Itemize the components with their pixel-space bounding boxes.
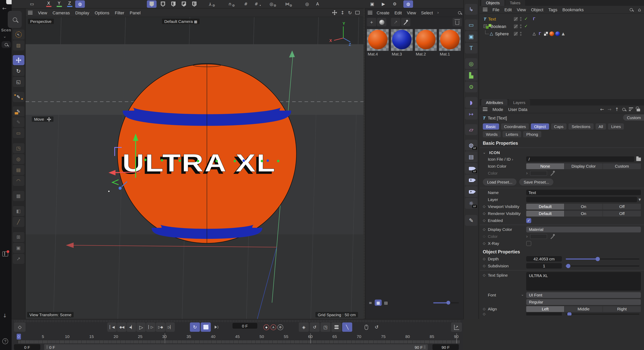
frame-ruler[interactable]: 051015202530354045505560657075808590 [12, 333, 464, 344]
editor-visibility-toggle[interactable] [514, 24, 518, 28]
menu-panel[interactable]: Panel [130, 10, 140, 15]
render-play-button[interactable]: ▶ [378, 1, 388, 8]
text-object-icon[interactable]: T [465, 43, 478, 54]
camera-view-label[interactable]: Perspective [28, 19, 54, 24]
modeling-extra-mode-button[interactable] [190, 1, 199, 8]
key-position-button[interactable]: ◈ [299, 322, 309, 332]
attr-tab-letters[interactable]: Letters [502, 131, 521, 137]
option-on[interactable]: On [564, 211, 602, 216]
option-none[interactable]: None [526, 163, 564, 169]
icon-file-input[interactable]: / [526, 156, 634, 162]
record-keyframe-button[interactable]: ◆ [264, 324, 269, 330]
quantize-magnet-button[interactable]: ∩⚙ [225, 1, 235, 8]
option-middle[interactable]: Middle [564, 306, 602, 312]
stage-clapper-icon[interactable]: ▤ [465, 151, 478, 162]
tab-layers[interactable]: Layers [508, 99, 530, 106]
apply-material-button[interactable]: ↗ [391, 18, 400, 26]
attr-tab-lines[interactable]: Lines [608, 123, 624, 130]
enable-snap-button[interactable]: Y⚙ [205, 1, 215, 8]
play-sound-clapper-button[interactable] [201, 322, 211, 332]
record-mouse-button[interactable] [362, 322, 371, 332]
camera-play-icon[interactable] [465, 174, 478, 186]
mirror-gear-button[interactable]: ⋈⚙ [282, 1, 292, 8]
camera-play2-icon[interactable] [465, 186, 478, 197]
goto-start-button[interactable]: ▏◀ [107, 322, 117, 332]
tab-takes[interactable]: Takes [505, 0, 525, 6]
range-start-field[interactable]: 0 F [14, 344, 40, 350]
font-style-dropdown[interactable]: Regular [526, 299, 641, 305]
menu-edit[interactable]: Edit [504, 7, 512, 12]
cloner-tool[interactable]: ⊞ [12, 232, 24, 242]
sketch-spline-tool[interactable]: ✎ [12, 106, 24, 116]
frame-selection-tool[interactable]: ▣ [12, 243, 24, 253]
material-mat.1[interactable]: Mat.1 [439, 29, 462, 56]
goto-end-button[interactable]: ▷▏ [166, 322, 175, 332]
history-forward-icon[interactable]: → [608, 106, 612, 112]
subdivision-input[interactable]: 1 [526, 263, 562, 269]
attr-tab-basic[interactable]: Basic [483, 123, 499, 130]
axis-y-lock-button[interactable]: Y [54, 1, 64, 8]
menu-create[interactable]: Create [377, 10, 390, 15]
dolly-view-icon[interactable]: ↕ [340, 10, 344, 15]
color-swatch[interactable] [530, 234, 547, 239]
loft-tool[interactable]: ▤ [12, 165, 24, 175]
workplane-axis-button[interactable]: A [313, 1, 322, 8]
hamburger-icon[interactable] [483, 107, 488, 111]
visibility-dots[interactable] [520, 32, 522, 36]
eyedropper-icon[interactable] [550, 234, 555, 239]
keyframe-settings-button[interactable]: ⚙ [278, 324, 283, 330]
tab-objects[interactable]: Objects [481, 0, 504, 6]
display-color-dropdown[interactable]: Material [526, 226, 641, 232]
range-end-handle[interactable]: 90 F [413, 344, 427, 350]
search-icon[interactable] [630, 8, 633, 11]
xray-checkbox[interactable] [526, 241, 531, 246]
modify-axis-icon[interactable]: ↦ [465, 109, 478, 119]
folder-icon[interactable] [636, 157, 641, 161]
rectangle-selection-tool[interactable]: ▨ [12, 40, 24, 50]
menu-more-chevron[interactable]: › [437, 10, 439, 15]
camera-swap-icon[interactable]: ▦ [194, 20, 197, 24]
visibility-dots[interactable] [520, 24, 522, 28]
layer-view-icon[interactable]: ▤ [382, 300, 390, 306]
record-rotation-button[interactable]: ↺ [372, 322, 381, 332]
menu-options[interactable]: Options [95, 10, 110, 15]
enabled-checkbox[interactable]: ✓ [526, 218, 531, 223]
option-on[interactable]: On [564, 204, 602, 209]
menu-view[interactable]: View [517, 7, 526, 12]
viewport-canvas[interactable]: ULTRA XLULTRA XL Perspective Default Cam… [26, 17, 364, 319]
attr-tab-object[interactable]: Object [531, 123, 549, 130]
range-bar[interactable]: 0 F 90 F [44, 344, 428, 350]
editor-visibility-toggle[interactable] [514, 32, 518, 36]
key-rotation-button[interactable]: ↺ [310, 322, 320, 332]
font-family-dropdown[interactable]: UI Font [526, 292, 641, 298]
customize-button[interactable]: Custom [623, 114, 644, 121]
extrude-tool[interactable]: ◳ [12, 143, 24, 153]
sketch-hexagon-icon[interactable]: ✎ [465, 215, 478, 226]
spline-rectangle-tool[interactable]: ▭ [12, 128, 24, 138]
spline-smooth-tool[interactable]: ✎ [12, 117, 24, 127]
menu-bookmarks[interactable]: Bookmarks [562, 7, 584, 12]
option-default[interactable]: Default [526, 204, 564, 209]
workplane-mode-icon[interactable]: ▭ [27, 1, 37, 8]
chevron-down-icon[interactable]: ⌄ [3, 34, 6, 38]
scale-tool[interactable]: ◱ [12, 77, 24, 87]
mograph-icon[interactable]: ▱ [465, 124, 478, 135]
panel-splitter[interactable] [364, 9, 365, 319]
knife-tool[interactable]: ╱ [12, 217, 24, 227]
modeling-polygons-mode-button[interactable] [179, 1, 189, 8]
range-start-handle[interactable]: 0 F [45, 344, 56, 350]
option-right[interactable]: Right [603, 306, 641, 312]
material-mat.2[interactable]: Mat.2 [415, 29, 438, 56]
modeling-points-mode-button[interactable] [158, 1, 168, 8]
eyedropper-button[interactable] [401, 18, 410, 26]
attr-tab-caps[interactable]: Caps [551, 123, 566, 130]
menu-select[interactable]: Select [421, 10, 433, 15]
keyframe-diamond-button[interactable]: ◇ [14, 322, 26, 332]
dropdown-arrow-icon[interactable]: ▼ [638, 198, 641, 201]
layer-input[interactable] [526, 197, 637, 202]
render-view-button[interactable]: ▣ [367, 1, 377, 8]
volume-icon[interactable]: ▙ [465, 70, 478, 81]
save-preset-button[interactable]: Save Preset... [520, 179, 554, 186]
enabled-check-icon[interactable]: ✓ [524, 24, 528, 29]
attr-tab-selections[interactable]: Selections [568, 123, 594, 130]
